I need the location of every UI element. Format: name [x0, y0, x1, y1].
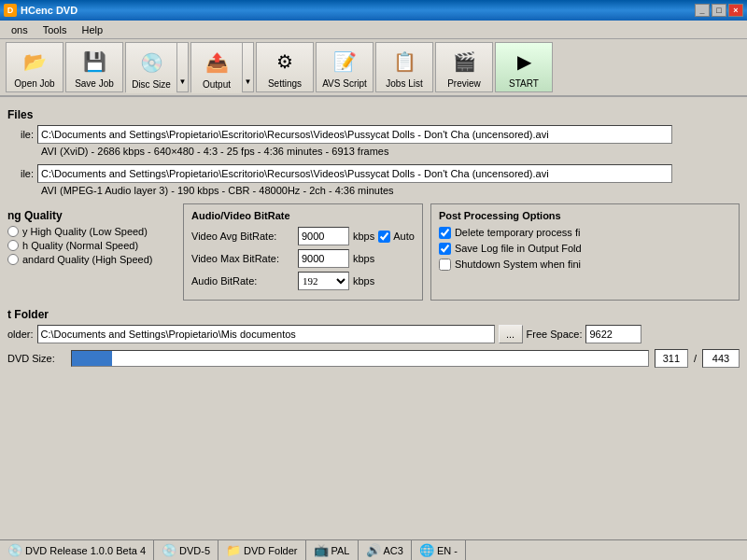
statusbar-item-lang: 🌐 EN -: [412, 540, 466, 560]
video-file-info: AVI (XviD) - 2686 kbps - 640×480 - 4:3 -…: [41, 146, 740, 157]
video-max-input[interactable]: [298, 249, 349, 268]
postproc-label-2: Shutdown System when fini: [455, 259, 581, 270]
folder-section-title: t Folder: [7, 308, 740, 321]
video-max-unit: kbps: [353, 253, 374, 264]
video-file-row: ile: AVI (XviD) - 2686 kbps - 640×480 - …: [7, 125, 740, 157]
statusbar-item-ac3: 🔊 AC3: [359, 540, 412, 560]
statusbar-ac3-label: AC3: [384, 545, 403, 556]
main-content: Files ile: AVI (XviD) - 2686 kbps - 640×…: [0, 97, 747, 373]
menu-item-help[interactable]: Help: [74, 22, 110, 37]
close-button[interactable]: ×: [728, 4, 743, 17]
folder-row: older: ... Free Space:: [7, 325, 740, 343]
quality-radio-2[interactable]: [7, 254, 19, 265]
open-job-button[interactable]: 📂 Open Job: [6, 42, 63, 92]
start-button[interactable]: ▶ START: [495, 42, 553, 92]
minimize-button[interactable]: _: [695, 4, 710, 17]
avs-script-button[interactable]: 📝 AVS Script: [316, 42, 374, 92]
avs-script-icon: 📝: [330, 47, 359, 77]
jobs-list-button[interactable]: 📋 Jobs List: [375, 42, 433, 92]
folder-path-input[interactable]: [37, 325, 495, 343]
output-label: Output: [203, 79, 231, 90]
statusbar-dvd5-icon: 💿: [162, 543, 176, 557]
dvdsize-label: DVD Size:: [7, 353, 65, 364]
video-avg-input[interactable]: [298, 227, 349, 245]
files-section-title: Files: [7, 108, 740, 121]
audio-bitrate-select[interactable]: 128 192 256 320: [298, 272, 349, 290]
browse-button[interactable]: ...: [499, 325, 523, 343]
audio-unit: kbps: [353, 275, 374, 287]
preview-button[interactable]: 🎬 Preview: [435, 42, 493, 92]
postproc-panel: Post Processing Options Delete temporary…: [430, 203, 740, 301]
audio-bitrate-row: Audio BitRate: 128 192 256 320 kbps: [191, 272, 415, 290]
bitrate-title: Audio/Video BitRate: [191, 210, 415, 221]
avs-script-label: AVS Script: [322, 78, 367, 89]
quality-radio-0[interactable]: [7, 226, 19, 237]
quality-radio-1[interactable]: [7, 240, 19, 251]
titlebar-buttons: _ □ ×: [695, 4, 743, 17]
disc-size-arrow[interactable]: ▼: [176, 43, 188, 91]
jobs-list-label: Jobs List: [386, 78, 422, 89]
menubar: ons Tools Help: [0, 21, 747, 39]
statusbar-item-version: 💿 DVD Release 1.0.0 Beta 4: [0, 540, 154, 560]
dvdsize-bar-fill: [72, 351, 112, 366]
disc-size-button-group: 💿 Disc Size ▼: [125, 42, 189, 92]
settings-button[interactable]: ⚙ Settings: [256, 42, 314, 92]
statusbar-pal-icon: 📺: [314, 543, 329, 557]
audio-file-info: AVI (MPEG-1 Audio layer 3) - 190 kbps - …: [41, 185, 740, 196]
menu-item-tools[interactable]: Tools: [35, 22, 75, 37]
postproc-checkbox-1[interactable]: [439, 243, 451, 255]
folder-label: older:: [7, 329, 34, 340]
audio-label: Audio BitRate:: [191, 275, 294, 287]
dvdsize-bar: [71, 350, 649, 367]
settings-icon: ⚙: [270, 47, 300, 77]
statusbar-dvd5-label: DVD-5: [179, 545, 210, 556]
video-file-label: ile:: [7, 129, 34, 140]
audio-file-input[interactable]: [37, 164, 672, 183]
freespace-input[interactable]: [585, 325, 641, 343]
output-button-group: 📤 Output ▼: [190, 42, 254, 92]
video-max-label: Video Max BitRate:: [191, 253, 294, 264]
postproc-option-0: Delete temporary process fi: [439, 227, 731, 239]
audio-file-row: ile: AVI (MPEG-1 Audio layer 3) - 190 kb…: [7, 164, 740, 196]
disc-size-icon: 💿: [136, 48, 166, 77]
dvdsize-current: 311: [655, 349, 688, 368]
auto-checkbox[interactable]: [378, 231, 390, 243]
postproc-label-0: Delete temporary process fi: [455, 227, 581, 238]
output-button[interactable]: 📤 Output: [191, 43, 242, 93]
app-title: HCenc DVD: [21, 5, 78, 16]
toolbar: 📂 Open Job 💾 Save Job 💿 Disc Size ▼ 📤 Ou…: [0, 39, 747, 97]
menu-item-options[interactable]: ons: [4, 22, 35, 37]
video-max-row: Video Max BitRate: kbps: [191, 249, 415, 268]
statusbar-item-dvd5: 💿 DVD-5: [154, 540, 218, 560]
statusbar-item-dvdfolder: 📁 DVD Folder: [218, 540, 305, 560]
quality-label-2: andard Quality (High Speed): [22, 254, 152, 265]
statusbar-ac3-icon: 🔊: [366, 543, 381, 557]
postproc-checkbox-0[interactable]: [439, 227, 451, 239]
quality-option-1: h Quality (Normal Speed): [7, 240, 176, 251]
video-avg-row: Video Avg BitRate: kbps Auto: [191, 227, 415, 245]
statusbar-pal-label: PAL: [331, 545, 350, 556]
files-section: Files ile: AVI (XviD) - 2686 kbps - 640×…: [7, 108, 740, 196]
video-file-input-row: ile:: [7, 125, 740, 144]
quality-option-0: y High Quality (Low Speed): [7, 226, 176, 237]
disc-size-label: Disc Size: [132, 79, 171, 90]
video-file-input[interactable]: [37, 125, 672, 144]
save-job-label: Save Job: [75, 78, 114, 89]
maximize-button[interactable]: □: [712, 4, 726, 17]
statusbar-lang-label: EN -: [437, 545, 458, 556]
dvdsize-total: 443: [702, 349, 740, 368]
video-avg-unit: kbps: [353, 231, 374, 242]
save-job-button[interactable]: 💾 Save Job: [65, 42, 123, 92]
start-icon: ▶: [509, 47, 539, 77]
postproc-label-1: Save Log file in Output Fold: [455, 243, 582, 254]
statusbar-lang-icon: 🌐: [419, 543, 434, 557]
statusbar-folder-icon: 📁: [226, 543, 241, 557]
middle-row: ng Quality y High Quality (Low Speed) h …: [7, 203, 740, 301]
output-arrow[interactable]: ▼: [242, 43, 253, 91]
quality-label-1: h Quality (Normal Speed): [22, 240, 138, 251]
quality-title: ng Quality: [7, 209, 176, 222]
postproc-checkbox-2[interactable]: [439, 259, 451, 271]
quality-option-2: andard Quality (High Speed): [7, 254, 176, 265]
disc-size-button[interactable]: 💿 Disc Size: [126, 43, 176, 93]
auto-checkbox-row: Auto: [378, 231, 415, 243]
